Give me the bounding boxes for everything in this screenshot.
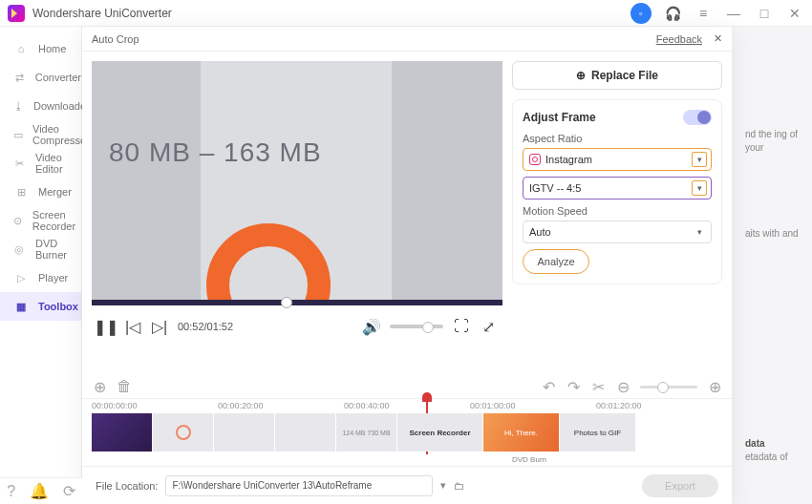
grid-icon: ▦ — [13, 299, 29, 314]
motion-speed-label: Motion Speed — [523, 205, 712, 217]
zoom-out-button[interactable]: ⊖ — [615, 379, 630, 394]
timestamp: 00:52/01:52 — [178, 321, 233, 332]
sidebar-item-label: Merger — [38, 186, 72, 198]
adjust-frame-toggle[interactable] — [683, 110, 712, 125]
titlebar: Wondershare UniConverter ◦ 🎧 ≡ — □ ✕ — [0, 0, 812, 27]
bg-text: data — [745, 437, 765, 451]
status-bar: ? 🔔 ⟳ — [0, 477, 82, 504]
thumb-caption: DVD Burn — [82, 455, 732, 466]
sidebar-item-merger[interactable]: ⊞Merger — [0, 178, 81, 206]
thumb[interactable]: Hi, There. — [483, 413, 560, 452]
bell-icon[interactable]: 🔔 — [30, 482, 49, 500]
sidebar-item-dvd[interactable]: ◎DVD Burner — [0, 235, 81, 263]
sidebar: ⌂Home ⇄Converter ⭳Downloader ▭Video Comp… — [0, 27, 82, 504]
instagram-icon — [529, 154, 541, 165]
tick: 00:01:20:00 — [596, 399, 722, 413]
video-preview: 80 MB – 163 MB — [92, 61, 502, 300]
volume-slider[interactable] — [390, 325, 443, 328]
sidebar-item-compressor[interactable]: ▭Video Compressor — [0, 120, 81, 149]
seek-bar[interactable] — [92, 300, 502, 305]
close-icon[interactable]: ✕ — [714, 32, 722, 45]
close-button[interactable]: ✕ — [785, 4, 804, 23]
time-ruler: 00:00:00:00 00:00:20:00 00:00:40:00 00:0… — [82, 398, 732, 413]
thumb[interactable]: 124 MB 730 MB — [336, 413, 397, 452]
app-title: Wondershare UniConverter — [32, 7, 630, 20]
select-value: IGTV -- 4:5 — [529, 182, 581, 194]
modal-title: Auto Crop — [92, 33, 139, 45]
chevron-down-icon[interactable]: ▾ — [440, 479, 446, 492]
record-icon: ⊙ — [13, 213, 23, 228]
file-location-input[interactable]: F:\Wondershare UniConverter 13\AutoRefra… — [165, 475, 433, 496]
headset-icon[interactable]: 🎧 — [663, 4, 682, 23]
thumb[interactable] — [275, 413, 336, 452]
folder-icon[interactable]: 🗀 — [454, 480, 464, 492]
sidebar-item-editor[interactable]: ✂Video Editor — [0, 149, 81, 178]
split-button[interactable]: ✂ — [590, 379, 606, 394]
menu-icon[interactable]: ≡ — [694, 4, 713, 23]
cut-icon: ✂ — [13, 156, 26, 171]
minimize-button[interactable]: — — [724, 4, 743, 23]
sidebar-item-label: DVD Burner — [35, 238, 81, 261]
next-frame-button[interactable]: ▷| — [151, 318, 168, 335]
sidebar-item-label: Video Compressor — [32, 123, 90, 146]
sidebar-item-label: Video Editor — [35, 152, 81, 175]
bg-text: etadata of — [745, 451, 787, 464]
zoom-in-button[interactable]: ⊕ — [707, 379, 722, 394]
play-icon: ▷ — [13, 270, 29, 285]
sidebar-item-label: Home — [38, 43, 66, 54]
thumb[interactable]: Photos to GIF — [560, 413, 636, 452]
file-location-label: File Location: — [96, 480, 158, 492]
thumb[interactable] — [92, 413, 153, 452]
sidebar-item-recorder[interactable]: ⊙Screen Recorder — [0, 206, 81, 235]
replace-file-button[interactable]: ⊕ Replace File — [512, 61, 722, 90]
timeline-thumbs[interactable]: 124 MB 730 MB Screen Recorder Hi, There.… — [82, 413, 732, 455]
thumb[interactable] — [153, 413, 214, 452]
zoom-slider[interactable] — [640, 386, 697, 388]
sidebar-item-home[interactable]: ⌂Home — [0, 34, 81, 63]
sidebar-item-label: Converter — [35, 72, 81, 83]
add-clip-button[interactable]: ⊕ — [92, 379, 107, 394]
volume-icon[interactable]: 🔊 — [363, 318, 380, 335]
refresh-icon[interactable]: ⟳ — [63, 482, 75, 500]
maximize-button[interactable]: □ — [755, 4, 774, 23]
export-button[interactable]: Export — [642, 474, 718, 497]
prev-frame-button[interactable]: |◁ — [124, 318, 141, 335]
delete-clip-button[interactable]: 🗑 — [117, 379, 132, 394]
thumb[interactable]: Screen Recorder — [397, 413, 483, 452]
undo-button[interactable]: ↶ — [541, 379, 556, 394]
download-icon: ⭳ — [13, 98, 24, 114]
app-logo — [8, 5, 25, 22]
feedback-link[interactable]: Feedback — [656, 33, 702, 45]
help-icon[interactable]: ? — [7, 483, 15, 500]
thumb[interactable] — [214, 413, 275, 452]
user-avatar[interactable]: ◦ — [630, 3, 652, 24]
sidebar-item-downloader[interactable]: ⭳Downloader — [0, 92, 81, 120]
sidebar-item-toolbox[interactable]: ▦Toolbox — [0, 292, 81, 321]
motion-speed-select[interactable]: Auto ▾ — [523, 220, 712, 243]
compress-icon: ▭ — [13, 127, 23, 142]
analyze-button[interactable]: Analyze — [523, 249, 589, 274]
aspect-ratio-label: Aspect Ratio — [523, 133, 712, 144]
aspect-preset-select[interactable]: Instagram ▾ — [523, 148, 712, 171]
replace-label: Replace File — [591, 69, 658, 82]
fullscreen-icon[interactable]: ⤢ — [480, 318, 497, 335]
chevron-down-icon: ▾ — [692, 152, 707, 167]
auto-crop-modal: Auto Crop Feedback ✕ 80 MB – 163 MB — [82, 27, 732, 504]
redo-button[interactable]: ↷ — [566, 379, 581, 394]
chevron-down-icon: ▾ — [692, 224, 707, 240]
snapshot-icon[interactable]: ⛶ — [453, 318, 470, 335]
bg-text: nd the ing of your — [745, 128, 812, 155]
pause-button[interactable]: ❚❚ — [97, 318, 115, 335]
select-value: Instagram — [545, 154, 592, 165]
tick: 00:00:00:00 — [92, 399, 218, 413]
home-icon: ⌂ — [13, 41, 29, 56]
ring-graphic — [206, 223, 331, 300]
dvd-icon: ◎ — [13, 242, 26, 257]
aspect-ratio-select[interactable]: IGTV -- 4:5 ▾ — [523, 177, 712, 200]
sidebar-item-label: Toolbox — [38, 301, 78, 312]
sidebar-item-converter[interactable]: ⇄Converter — [0, 63, 81, 92]
plus-icon: ⊕ — [576, 69, 586, 82]
tick: 00:00:20:00 — [218, 399, 344, 413]
preview-text: 80 MB – 163 MB — [109, 137, 322, 168]
sidebar-item-player[interactable]: ▷Player — [0, 263, 81, 292]
